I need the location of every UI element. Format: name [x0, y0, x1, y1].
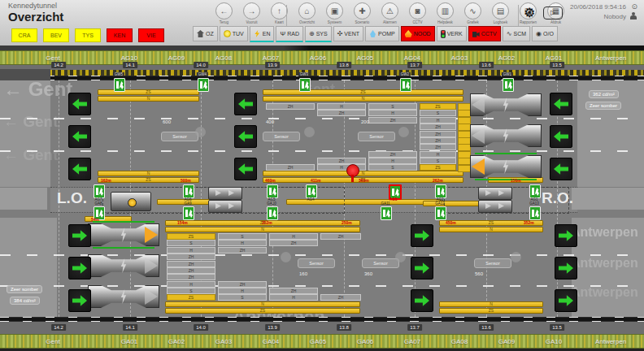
lane-signal-arrow-right[interactable]	[411, 224, 433, 247]
lane-signal-arrow-left[interactable]	[234, 158, 257, 180]
lane-signal-arrow-left[interactable]	[68, 125, 91, 148]
jet-fan-stopped[interactable]	[88, 252, 159, 280]
escape-door-icon[interactable]	[267, 206, 278, 220]
toggle-vent[interactable]: ✣VENT	[333, 26, 363, 41]
lane-signal-arrow-left[interactable]	[550, 125, 572, 148]
band-cell-ga02: GA02	[153, 335, 200, 348]
toggle-o-o[interactable]: ◉O/O	[532, 26, 558, 41]
emergency-door-icon[interactable]	[400, 78, 411, 92]
filter-button-cra[interactable]: CRA	[11, 28, 37, 42]
barrier-bar[interactable]: ZS	[439, 308, 543, 314]
jet-fan-stopped[interactable]	[470, 122, 542, 150]
corridor-twin-fan[interactable]	[478, 200, 512, 213]
nav-alarmen[interactable]: ⚠Alarmen	[379, 2, 401, 24]
lane-signal-arrow-left[interactable]	[68, 93, 91, 115]
corridor-twin-fan[interactable]	[478, 187, 512, 200]
toggle-label: RAD	[287, 31, 299, 37]
escape-door-icon[interactable]	[381, 206, 392, 220]
corridor-twin-fan[interactable]	[208, 200, 242, 213]
filter-button-ken[interactable]: KEN	[107, 28, 133, 42]
lane-signal-arrow-right[interactable]	[411, 257, 433, 280]
emergency-door-icon[interactable]	[503, 78, 514, 92]
lane-sign-box: ZH	[317, 110, 366, 116]
lane-signal-arrow-left[interactable]	[68, 158, 91, 180]
toggle-cctv[interactable]: CCTV	[468, 26, 501, 41]
jet-fan-running[interactable]	[470, 153, 542, 180]
barrier-bar[interactable]: N	[439, 227, 543, 232]
lane-signal-arrow-left[interactable]	[550, 158, 572, 180]
nav-logboek[interactable]: ▤Logboek	[490, 2, 511, 24]
lane-signal-arrow-right[interactable]	[68, 224, 91, 247]
sensor-pill[interactable]: Sensor	[263, 132, 300, 141]
sensor-pill[interactable]: Sensor	[362, 258, 399, 268]
playback-button[interactable]: ▷	[543, 6, 563, 20]
nav-overzicht[interactable]: ⌂Overzicht	[296, 2, 318, 24]
nav-cctv[interactable]: ◙CCTV	[407, 2, 429, 24]
emergency-door-icon[interactable]	[198, 78, 209, 92]
filter-button-bev[interactable]: BEV	[43, 28, 69, 42]
barrier-bar[interactable]: N	[439, 301, 543, 307]
escape-door-icon[interactable]	[183, 206, 194, 220]
barrier-bar[interactable]: N	[263, 171, 463, 176]
barrier-bar[interactable]: N	[263, 96, 463, 102]
lane-signal-arrow-right[interactable]	[555, 257, 577, 280]
escape-door-icon[interactable]	[529, 206, 541, 220]
lane-signal-arrow-right[interactable]	[68, 289, 91, 312]
nav-terug[interactable]: ←Terug	[213, 2, 235, 24]
toggle-pomp[interactable]: POMP	[365, 26, 399, 41]
toggle-en[interactable]: EN	[250, 26, 275, 42]
filter-button-vie[interactable]: VIE	[138, 28, 164, 42]
barrier-bar[interactable]: N	[165, 227, 360, 232]
lane-signal-arrow-right[interactable]	[555, 224, 577, 247]
band-cell-gent: Gent	[0, 335, 106, 348]
measurement-value: 160	[299, 271, 307, 276]
sensor-pill[interactable]: Sensor	[474, 258, 511, 268]
barrier-bar[interactable]: ZS	[165, 308, 360, 314]
toggle-verk[interactable]: VERK	[437, 26, 467, 41]
emergency-door-icon[interactable]	[114, 78, 125, 92]
sensor-pill[interactable]: Sensor	[161, 132, 198, 141]
lane-signal-arrow-left[interactable]	[234, 125, 257, 148]
toggle-rad[interactable]: ΨRAD	[276, 26, 302, 42]
jet-fan-stopped[interactable]	[88, 283, 159, 310]
barrier-bar[interactable]: N	[98, 96, 199, 102]
barrier-bar[interactable]: ZS	[98, 89, 199, 95]
toggle-scm[interactable]: ∿SCM	[503, 26, 530, 41]
lane-signal-arrow-right[interactable]	[411, 289, 433, 312]
toggle-sys[interactable]: ⊕SYS	[305, 26, 332, 42]
lane-signal-arrow-left[interactable]	[234, 93, 257, 115]
jet-fan-stopped[interactable]	[470, 91, 542, 119]
escape-door-icon[interactable]	[183, 184, 194, 198]
escape-door-icon[interactable]	[306, 184, 317, 198]
alarm-filter-buttons: CRABEVTYSKENVIE	[11, 28, 164, 42]
filter-button-tys[interactable]: TYS	[75, 28, 101, 42]
barrier-bar[interactable]: N	[165, 301, 360, 307]
escape-door-icon[interactable]	[435, 206, 446, 220]
sensor-pill[interactable]: Sensor	[358, 132, 395, 141]
nav-vooruit[interactable]: →Vooruit	[241, 2, 263, 24]
incident-alarm-pin[interactable]	[346, 164, 359, 177]
corridor-twin-fan[interactable]	[208, 187, 242, 200]
toggle-tuv[interactable]: TUV	[220, 26, 248, 41]
lane-signal-arrow-left[interactable]	[550, 93, 572, 115]
barrier-bar[interactable]: N	[98, 171, 199, 176]
barrier-bar[interactable]: ZS	[263, 89, 463, 95]
escape-door-icon[interactable]	[267, 184, 278, 198]
sensor-pill[interactable]: Sensor	[298, 258, 335, 268]
escape-door-icon[interactable]	[529, 184, 541, 198]
escape-door-icon[interactable]	[94, 184, 105, 198]
settings-gear-icon[interactable]: ⚙	[524, 5, 535, 20]
emergency-door-icon[interactable]	[299, 78, 311, 92]
escape-door-icon[interactable]	[435, 184, 446, 198]
nav-helpdesk[interactable]: ▥Helpdesk	[434, 2, 456, 24]
toggle-nood[interactable]: NOOD	[401, 26, 435, 41]
lane-signal-arrow-right[interactable]	[555, 289, 577, 312]
toggle-oz[interactable]: OZ	[193, 26, 218, 41]
jet-fan-running[interactable]	[88, 221, 159, 249]
nav-grafiek[interactable]: ∿Grafiek	[462, 2, 484, 24]
nav-systeem[interactable]: ▣Systeem	[324, 2, 346, 24]
distance-marker: 156m	[511, 178, 521, 183]
lane-signal-arrow-right[interactable]	[68, 257, 91, 280]
nav-scenario[interactable]: ✚Scenario	[351, 2, 373, 24]
corridor-fan[interactable]	[111, 192, 151, 211]
